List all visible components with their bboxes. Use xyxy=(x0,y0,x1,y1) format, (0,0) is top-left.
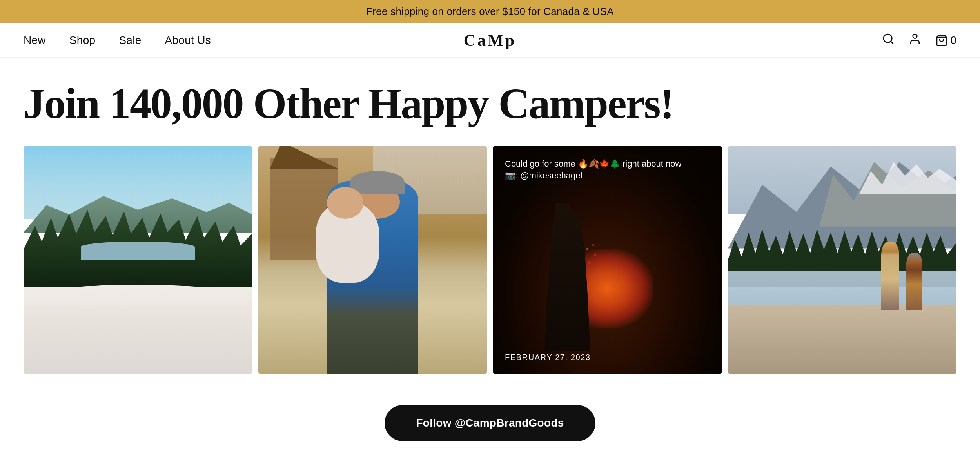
photo-grid: Could go for some 🔥🍂🍁🌲 right about now📷:… xyxy=(24,146,956,374)
photo-3-date: FEBRUARY 27, 2023 xyxy=(505,353,591,362)
svg-line-1 xyxy=(891,41,893,44)
hero-section: Join 140,000 Other Happy Campers! xyxy=(0,58,980,456)
navigation: New Shop Sale About Us CaMp 0 xyxy=(0,23,980,58)
cart-icon[interactable]: 0 xyxy=(935,34,956,47)
photo-card-4[interactable] xyxy=(728,146,956,374)
hero-title: Join 140,000 Other Happy Campers! xyxy=(24,81,956,127)
photo-3-overlay: Could go for some 🔥🍂🍁🌲 right about now📷:… xyxy=(493,146,722,374)
site-logo[interactable]: CaMp xyxy=(464,31,517,50)
follow-section: Follow @CampBrandGoods xyxy=(24,397,956,456)
follow-button[interactable]: Follow @CampBrandGoods xyxy=(385,405,595,441)
announcement-text: Free shipping on orders over $150 for Ca… xyxy=(366,5,614,17)
photo-3-caption: Could go for some 🔥🍂🍁🌲 right about now📷:… xyxy=(505,158,710,182)
nav-right: 0 xyxy=(882,33,956,48)
nav-item-new[interactable]: New xyxy=(24,34,46,47)
search-icon[interactable] xyxy=(882,33,895,48)
nav-item-about[interactable]: About Us xyxy=(165,34,211,47)
svg-point-2 xyxy=(913,34,917,38)
nav-item-sale[interactable]: Sale xyxy=(119,34,141,47)
photo-card-1[interactable] xyxy=(24,146,252,374)
cart-count: 0 xyxy=(950,34,956,47)
announcement-bar: Free shipping on orders over $150 for Ca… xyxy=(0,0,980,23)
nav-left: New Shop Sale About Us xyxy=(24,34,211,47)
photo-card-2[interactable] xyxy=(258,146,487,374)
photo-card-3[interactable]: Could go for some 🔥🍂🍁🌲 right about now📷:… xyxy=(493,146,722,374)
nav-item-shop[interactable]: Shop xyxy=(69,34,96,47)
account-icon[interactable] xyxy=(909,33,921,48)
